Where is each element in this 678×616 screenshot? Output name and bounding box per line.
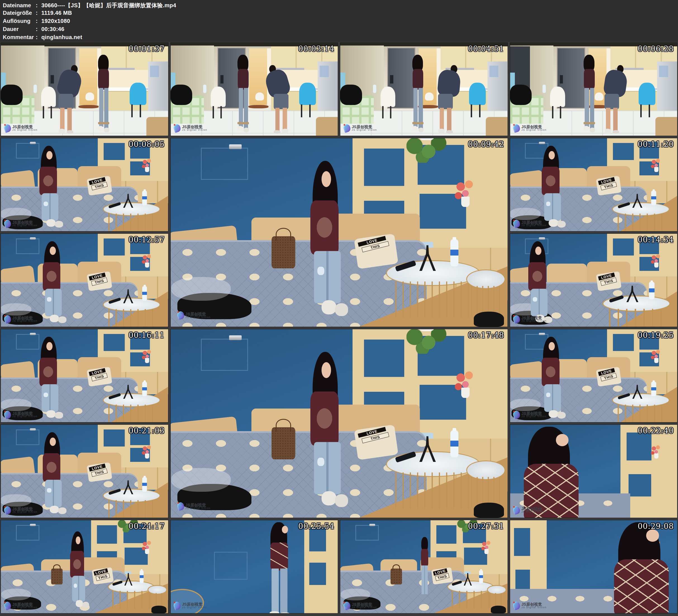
video-frame-thumbnail: JS原创视觉JS Digital Vision00:29:08 bbox=[510, 520, 678, 614]
scene-mleg bbox=[440, 108, 444, 129]
watermark-chinese-text: JS原创视觉 bbox=[182, 125, 207, 129]
meta-label: Dateigröße bbox=[3, 10, 36, 16]
scene-en-sofa bbox=[146, 117, 168, 136]
scene-bd-panel bbox=[201, 339, 248, 371]
scene-grope bbox=[412, 122, 423, 124]
meta-row-filename: Dateiname : 30660----【JS】【哈妮】后手观音捆绑放置体验.… bbox=[3, 2, 678, 10]
man-figure bbox=[432, 62, 469, 134]
scene-gleg bbox=[413, 88, 418, 127]
scene-bedsit: LOVETHIS bbox=[1, 329, 168, 422]
watermark-text: JS原创视觉JS Digital Vision bbox=[186, 312, 211, 319]
girl-sitting-figure bbox=[31, 241, 78, 325]
scene-mshoe bbox=[438, 129, 445, 133]
scene-bd-panel bbox=[16, 525, 39, 541]
coffee-table bbox=[386, 435, 501, 510]
coffee-table bbox=[612, 384, 677, 422]
watermark-chinese-text: JS原创视觉 bbox=[521, 507, 547, 511]
scene-mshoe2 bbox=[613, 130, 619, 134]
watermark-chinese-text: JS原创视觉 bbox=[12, 316, 37, 320]
scene-bd-flowers bbox=[141, 445, 153, 456]
timestamp-overlay: 00:11:20 bbox=[638, 140, 674, 149]
scene-mleg2 bbox=[613, 108, 618, 131]
meta-separator: : bbox=[36, 2, 41, 9]
watermark-chinese-text: JS原创视觉 bbox=[521, 125, 547, 129]
scene-s-jeans bbox=[45, 480, 62, 507]
scene-en-sofa bbox=[486, 117, 507, 136]
scene-gshoe2 bbox=[418, 128, 423, 132]
scene-s-shoe bbox=[50, 315, 59, 322]
scene-bedsit: LOVETHIS bbox=[1, 234, 168, 327]
scene-bd-bottle bbox=[140, 570, 144, 584]
scene-s-torso bbox=[542, 358, 560, 386]
scene-bd-flowers bbox=[141, 350, 153, 361]
scene-grope bbox=[98, 122, 109, 124]
watermark-chinese-text: JS原创视觉 bbox=[12, 220, 37, 225]
scene-bd-bottle bbox=[649, 282, 654, 299]
watermark-english-text: JS Digital Vision bbox=[182, 606, 207, 609]
scene-st-face bbox=[282, 526, 288, 533]
scene-bd-trash bbox=[474, 312, 504, 327]
scene-mshoe bbox=[605, 129, 611, 133]
watermark-swirl-icon bbox=[342, 601, 351, 610]
man-figure bbox=[53, 62, 90, 134]
scene-en-chair-cyan bbox=[639, 83, 655, 105]
scene-bd-lovepillow2: LOVETHIS bbox=[596, 271, 621, 291]
girl-sitting-figure bbox=[530, 146, 577, 230]
scene-bd-bottle bbox=[142, 191, 147, 205]
watermark-chinese-text: JS原创视觉 bbox=[12, 125, 37, 129]
scene-bd-flowers bbox=[650, 350, 662, 361]
timestamp-overlay: 00:21:03 bbox=[128, 426, 164, 435]
video-frame-thumbnail: LOVETHISJS原创视觉JS Digital Vision00:24:17 bbox=[1, 520, 168, 614]
scene-bd-flowers bbox=[141, 254, 153, 265]
meta-value-comment: qinglanhua.net bbox=[41, 34, 82, 40]
scene-mshorts bbox=[605, 94, 619, 109]
scene-s-shoe2 bbox=[82, 602, 89, 608]
girl-figure bbox=[232, 55, 256, 134]
man-figure bbox=[258, 62, 295, 134]
watermark-text: JS原创视觉JS Digital Vision bbox=[521, 316, 547, 322]
scene-bd-bottle bbox=[450, 239, 458, 266]
watermark-chinese-text: JS原创视觉 bbox=[182, 602, 207, 607]
scene-bd-lovepillow2: LOVETHIS bbox=[87, 367, 112, 386]
meta-value-filesize: 1119.46 MB bbox=[41, 10, 72, 16]
meta-label: Auflösung bbox=[3, 18, 36, 24]
scene-s-shoe bbox=[76, 600, 83, 607]
scene-s-shoe2 bbox=[557, 221, 566, 228]
watermark-text: JS原创视觉JS Digital Vision bbox=[12, 220, 37, 227]
girl-sitting-figure bbox=[292, 352, 366, 510]
timestamp-overlay: 00:22:40 bbox=[638, 426, 674, 435]
scene-bedwide: LOVETHIS bbox=[171, 138, 507, 327]
watermark-english-text: JS Digital Vision bbox=[182, 129, 207, 131]
watermark-text: JS原创视觉JS Digital Vision bbox=[521, 411, 547, 418]
watermark-logo: JS原创视觉JS Digital Vision bbox=[513, 124, 547, 132]
scene-bd-trash bbox=[474, 503, 504, 518]
coffee-table bbox=[386, 244, 501, 319]
meta-row-duration: Dauer : 00:30:46 bbox=[3, 26, 678, 34]
video-frame-thumbnail: LOVETHISJS原创视觉JS Digital Vision00:27:31 bbox=[340, 520, 508, 614]
scene-tbl-legs bbox=[618, 214, 664, 231]
scene-s-shoe bbox=[549, 219, 558, 227]
scene-bd-panel bbox=[355, 525, 379, 541]
scene-s-shoe bbox=[322, 491, 336, 505]
scene-s-face bbox=[322, 362, 331, 378]
scene-s-jeans bbox=[314, 251, 341, 303]
meta-value-filename: 30660----【JS】【哈妮】后手观音捆绑放置体验.mp4 bbox=[41, 2, 176, 9]
scene-en-chair-white bbox=[550, 86, 565, 107]
scene-s-torso bbox=[43, 453, 61, 482]
scene-s-torso bbox=[528, 262, 546, 291]
scene-tbl-legs bbox=[108, 405, 155, 422]
scene-gshoe bbox=[237, 126, 242, 131]
scene-s-shoe2 bbox=[335, 494, 348, 507]
timestamp-overlay: 00:29:08 bbox=[638, 522, 674, 531]
watermark-logo: JS原创视觉JS Digital Vision bbox=[4, 506, 37, 514]
scene-en-bottle bbox=[203, 85, 206, 93]
video-frame-thumbnail: LOVETHISJS原创视觉JS Digital Vision00:21:03 bbox=[1, 424, 168, 518]
video-frame-thumbnail: LOVETHISJS原创视觉JS Digital Vision00:09:42 bbox=[171, 138, 508, 327]
girl-sitting-figure bbox=[517, 241, 563, 325]
timestamp-overlay: 00:01:37 bbox=[128, 44, 164, 53]
watermark-logo: JS原创视觉JS Digital Vision bbox=[513, 602, 547, 610]
girl-closeup-figure bbox=[517, 427, 587, 518]
scene-bd-bottle bbox=[651, 382, 656, 396]
scene-st-shoe bbox=[270, 611, 279, 613]
scene-s-torso bbox=[310, 200, 339, 255]
